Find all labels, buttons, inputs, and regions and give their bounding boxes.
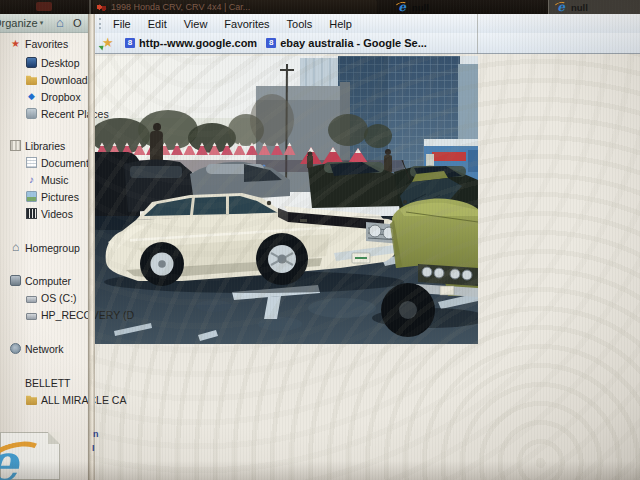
sidebar-item-computer[interactable]: Computer: [10, 273, 71, 288]
sidebar-item-os-c-[interactable]: OS (C:): [26, 290, 77, 305]
folder-icon: [26, 74, 37, 85]
favorites-bar-link[interactable]: 8http--www.google.com: [125, 37, 257, 49]
sidebar-item-videos[interactable]: Videos: [26, 206, 73, 221]
browser-tab-bar: 1998 Honda CRV, CRV 4x4 | Car...enullenu…: [0, 0, 640, 14]
sidebar-item-hp-recovery-d[interactable]: HP_RECOVERY (D: [26, 307, 134, 322]
sidebar-item-all-miracle-ca[interactable]: ALL MIRACLE CA: [26, 392, 126, 407]
sidebar-item-label: Recent Places: [41, 108, 109, 120]
picture-icon: [26, 191, 37, 202]
sidebar-item-label: Videos: [41, 208, 73, 220]
menu-item-edit[interactable]: Edit: [148, 18, 167, 30]
sidebar-item-label: Libraries: [25, 140, 65, 152]
browser-window-left-border: [88, 14, 95, 480]
sidebar-item-recent-places[interactable]: Recent Places: [26, 106, 109, 121]
sidebar-item-network[interactable]: Network: [10, 341, 64, 356]
sidebar-item-label: Downloads: [41, 74, 93, 86]
sidebar-item-label: Homegroup: [25, 242, 80, 254]
sidebar-item-label: ALL MIRACLE CA: [41, 394, 126, 406]
internet-explorer-icon: e: [0, 437, 41, 480]
tab-title: null: [412, 2, 429, 13]
library-icon: [10, 140, 21, 151]
sidebar-item-label: Favorites: [25, 38, 68, 50]
sidebar-item-label: Documents: [41, 157, 94, 169]
video-icon: [26, 208, 37, 219]
document-icon: [26, 157, 37, 168]
sidebar-item-desktop[interactable]: Desktop: [26, 55, 80, 70]
folder-icon: [26, 394, 37, 405]
browser-tab[interactable]: enull: [548, 0, 640, 14]
menu-item-help[interactable]: Help: [329, 18, 352, 30]
sidebar-item-documents[interactable]: Documents: [26, 155, 94, 170]
text-fragment: I: [92, 443, 95, 453]
sidebar-item-label: OS (C:): [41, 292, 77, 304]
background-window-icon: [36, 2, 52, 11]
sidebar-item-dropbox[interactable]: ◆Dropbox: [26, 89, 81, 104]
sidebar-item-bellett[interactable]: BELLETT: [10, 375, 71, 390]
explorer-window: Organize ▾ ⌂ O ★FavoritesDesktopDownload…: [0, 14, 88, 480]
sidebar-item-pictures[interactable]: Pictures: [26, 189, 79, 204]
toolbar-grip-handle[interactable]: [99, 18, 101, 29]
google-favicon: 8: [125, 38, 135, 48]
favorites-link-label: http--www.google.com: [139, 37, 257, 49]
monitor-icon: [26, 57, 37, 68]
browser-favorites-bar: ★ 8http--www.google.com8ebay australia -…: [95, 33, 640, 54]
favorites-link-label: ebay australia - Google Se...: [280, 37, 427, 49]
homegroup-icon: ⌂: [10, 242, 21, 253]
sidebar-item-label: Network: [25, 343, 64, 355]
window-corner-highlight: [89, 0, 91, 14]
organize-label: Organize: [0, 17, 38, 29]
window-edge-line: [477, 14, 478, 54]
drive-icon: [26, 296, 37, 303]
sidebar-item-label: Desktop: [41, 57, 80, 69]
star-icon: ★: [10, 38, 21, 49]
dropbox-icon: ◆: [26, 91, 37, 102]
open-button[interactable]: O: [73, 17, 82, 29]
browser-menu-bar: FileEditViewFavoritesToolsHelp: [95, 14, 640, 33]
sidebar-item-label: BELLETT: [25, 377, 71, 389]
chevron-down-icon: ▾: [40, 19, 44, 27]
home-icon: ⌂: [56, 15, 64, 30]
photographed-monitor-screen: Organize ▾ ⌂ O ★FavoritesDesktopDownload…: [0, 0, 640, 480]
network-icon: [10, 343, 21, 354]
computer-icon: [10, 275, 21, 286]
internet-explorer-icon: e: [555, 1, 567, 13]
music-icon: ♪: [26, 174, 37, 185]
menu-item-file[interactable]: File: [113, 18, 131, 30]
ie-html-file-icon[interactable]: e: [0, 432, 60, 480]
car-show-photo: [94, 56, 478, 344]
organize-button[interactable]: Organize ▾: [0, 17, 43, 29]
sidebar-item-libraries[interactable]: Libraries: [10, 138, 65, 153]
sidebar-item-music[interactable]: ♪Music: [26, 172, 68, 187]
internet-explorer-icon: e: [396, 1, 408, 13]
text-fragment: n: [93, 429, 99, 439]
explorer-toolbar: Organize ▾ ⌂ O: [0, 14, 88, 33]
tab-title: 1998 Honda CRV, CRV 4x4 | Car...: [111, 2, 250, 12]
menu-item-view[interactable]: View: [184, 18, 208, 30]
drive-icon: [26, 313, 37, 320]
sidebar-item-label: Dropbox: [41, 91, 81, 103]
sidebar-item-homegroup[interactable]: ⌂Homegroup: [10, 240, 80, 255]
sidebar-item-label: Music: [41, 174, 68, 186]
sidebar-item-label: Pictures: [41, 191, 79, 203]
add-to-favorites-star-icon[interactable]: ★: [102, 36, 116, 50]
google-favicon: 8: [266, 38, 276, 48]
sidebar-item-downloads[interactable]: Downloads: [26, 72, 93, 87]
menu-item-tools[interactable]: Tools: [287, 18, 313, 30]
tab-title: null: [571, 2, 588, 13]
sidebar-item-favorites[interactable]: ★Favorites: [10, 36, 68, 51]
carsales-dots-favicon: [96, 3, 107, 12]
browser-tab[interactable]: 1998 Honda CRV, CRV 4x4 | Car...: [93, 0, 377, 14]
browser-tab[interactable]: enull: [396, 0, 486, 14]
favorites-bar-link[interactable]: 8ebay australia - Google Se...: [266, 37, 427, 49]
sidebar-item-label: Computer: [25, 275, 71, 287]
recent-icon: [26, 108, 37, 119]
menu-item-favorites[interactable]: Favorites: [224, 18, 269, 30]
